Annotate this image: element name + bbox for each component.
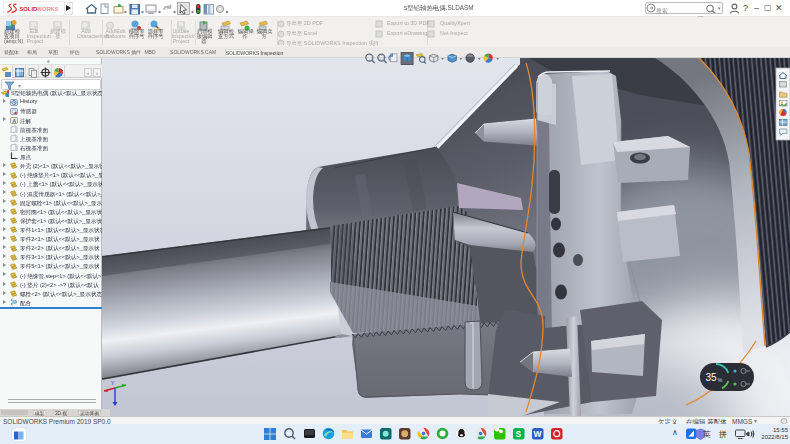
svg-text:S: S xyxy=(515,429,521,439)
svg-text:A: A xyxy=(12,118,16,124)
svg-text:W: W xyxy=(534,429,543,439)
svg-text:%: % xyxy=(718,377,723,383)
svg-text:35: 35 xyxy=(706,372,718,383)
svg-text:SOLID: SOLID xyxy=(19,6,37,12)
svg-text:WORKS: WORKS xyxy=(36,6,58,12)
